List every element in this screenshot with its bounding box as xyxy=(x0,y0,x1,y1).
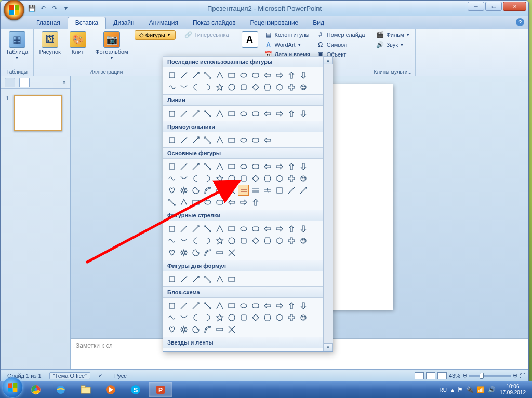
maximize-button[interactable]: ▭ xyxy=(485,2,502,11)
tab-review[interactable]: Рецензирование xyxy=(243,17,306,29)
slideshow-view-button[interactable] xyxy=(437,372,447,379)
shapes-scrollbar[interactable]: ▲ ▼ xyxy=(323,56,332,351)
shape-item[interactable] xyxy=(262,108,273,119)
shape-item[interactable] xyxy=(190,161,201,172)
sorter-view-button[interactable] xyxy=(426,372,435,379)
shape-item[interactable] xyxy=(250,185,261,196)
tray-lang[interactable]: RU xyxy=(439,387,446,393)
shape-item[interactable] xyxy=(238,173,249,184)
shape-item[interactable] xyxy=(214,185,225,196)
shape-item[interactable] xyxy=(286,108,297,119)
outline-tab[interactable] xyxy=(19,78,30,87)
tab-animation[interactable]: Анимация xyxy=(142,17,185,29)
shape-item[interactable] xyxy=(190,223,201,234)
panel-close-icon[interactable]: × xyxy=(62,79,66,86)
shape-item[interactable] xyxy=(226,273,237,284)
shape-item[interactable] xyxy=(238,134,249,145)
shape-item[interactable] xyxy=(262,134,273,145)
shape-item[interactable] xyxy=(178,247,189,258)
shape-item[interactable] xyxy=(298,223,309,234)
shape-item[interactable] xyxy=(226,81,237,92)
shape-item[interactable] xyxy=(202,185,213,196)
shape-item[interactable] xyxy=(202,134,213,145)
redo-icon[interactable]: ↷ xyxy=(50,4,59,12)
task-powerpoint[interactable]: P xyxy=(149,382,172,397)
shape-item[interactable] xyxy=(214,300,225,311)
save-icon[interactable]: 💾 xyxy=(28,4,36,12)
shape-item[interactable] xyxy=(190,197,201,208)
shape-item[interactable] xyxy=(190,324,201,335)
shape-item[interactable] xyxy=(166,235,177,246)
shape-item[interactable] xyxy=(250,235,261,246)
shape-item[interactable] xyxy=(190,173,201,184)
shape-item[interactable] xyxy=(286,81,297,92)
shape-item[interactable] xyxy=(274,161,285,172)
shape-item[interactable] xyxy=(250,81,261,92)
shape-item[interactable] xyxy=(238,223,249,234)
shape-item[interactable] xyxy=(298,185,309,196)
shape-item[interactable] xyxy=(274,185,285,196)
shape-item[interactable] xyxy=(202,300,213,311)
tray-power-icon[interactable]: 🔌 xyxy=(466,386,474,393)
shape-item[interactable] xyxy=(298,300,309,311)
shape-item[interactable] xyxy=(190,81,201,92)
shape-item[interactable] xyxy=(274,223,285,234)
shape-item[interactable] xyxy=(286,173,297,184)
table-button[interactable]: ▦ Таблица ▼ xyxy=(4,30,30,61)
shape-item[interactable] xyxy=(214,312,225,323)
shape-item[interactable] xyxy=(238,161,249,172)
slide-thumbnail[interactable]: 1 xyxy=(6,95,65,133)
undo-icon[interactable]: ↶ xyxy=(39,4,47,12)
shape-item[interactable] xyxy=(226,235,237,246)
shape-item[interactable] xyxy=(238,108,249,119)
shape-item[interactable] xyxy=(250,161,261,172)
shape-item[interactable] xyxy=(214,81,225,92)
shape-item[interactable] xyxy=(250,108,261,119)
shape-item[interactable] xyxy=(238,312,249,323)
symbol-button[interactable]: ΩСимвол xyxy=(314,40,367,49)
shape-item[interactable] xyxy=(226,161,237,172)
shape-item[interactable] xyxy=(286,235,297,246)
shape-item[interactable] xyxy=(262,185,273,196)
tray-volume-icon[interactable]: 🔊 xyxy=(488,386,496,393)
shape-item[interactable] xyxy=(226,185,237,196)
shape-item[interactable] xyxy=(202,173,213,184)
shape-item[interactable] xyxy=(238,197,249,208)
shape-item[interactable] xyxy=(262,235,273,246)
shape-item[interactable] xyxy=(166,81,177,92)
office-button[interactable] xyxy=(4,0,24,20)
shape-item[interactable] xyxy=(262,223,273,234)
shape-item[interactable] xyxy=(166,173,177,184)
shape-item[interactable] xyxy=(202,273,213,284)
shape-item[interactable] xyxy=(298,173,309,184)
shape-item[interactable] xyxy=(202,161,213,172)
shape-item[interactable] xyxy=(190,273,201,284)
shape-item[interactable] xyxy=(226,247,237,258)
shape-item[interactable] xyxy=(190,247,201,258)
shape-item[interactable] xyxy=(178,81,189,92)
shape-item[interactable] xyxy=(190,185,201,196)
hyperlink-button[interactable]: 🔗 Гиперссылка xyxy=(182,30,231,39)
shape-item[interactable] xyxy=(238,300,249,311)
shape-item[interactable] xyxy=(178,185,189,196)
tab-design[interactable]: Дизайн xyxy=(106,17,141,29)
start-button[interactable] xyxy=(2,377,23,398)
shape-item[interactable] xyxy=(214,173,225,184)
tray-up-icon[interactable]: ▴ xyxy=(451,386,454,393)
shape-item[interactable] xyxy=(226,300,237,311)
shape-item[interactable] xyxy=(262,70,273,80)
shape-item[interactable] xyxy=(166,161,177,172)
shape-item[interactable] xyxy=(178,197,189,208)
shape-item[interactable] xyxy=(202,324,213,335)
zoom-in-button[interactable]: ⊕ xyxy=(513,372,517,379)
shape-item[interactable] xyxy=(166,108,177,119)
shape-item[interactable] xyxy=(166,185,177,196)
shape-item[interactable] xyxy=(286,161,297,172)
shape-item[interactable] xyxy=(286,185,297,196)
shape-item[interactable] xyxy=(166,300,177,311)
shape-item[interactable] xyxy=(226,197,237,208)
shape-item[interactable] xyxy=(274,81,285,92)
shape-item[interactable] xyxy=(262,312,273,323)
task-chrome[interactable] xyxy=(24,382,48,397)
tab-view[interactable]: Вид xyxy=(305,17,331,29)
